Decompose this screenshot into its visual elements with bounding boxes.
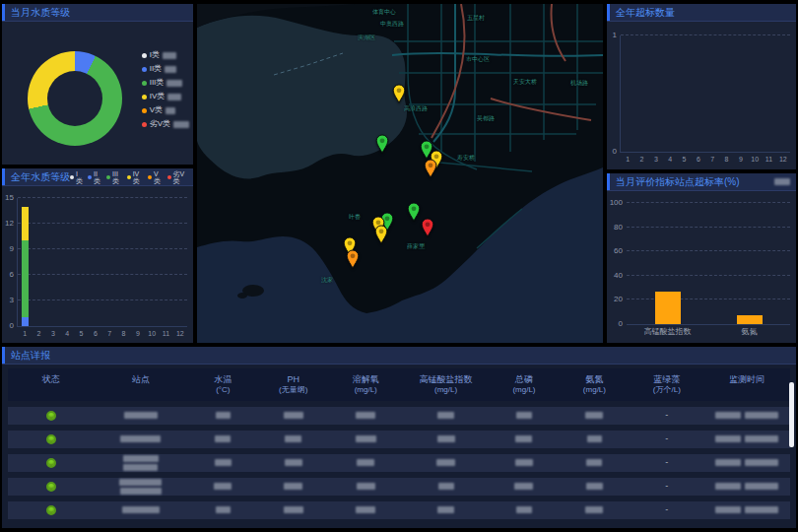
y-axis-tick-100: 100 — [610, 199, 623, 207]
y-axis-tick-1: 1 — [613, 32, 617, 39]
map-station-pin-11[interactable] — [346, 249, 360, 269]
status-cell — [8, 482, 94, 492]
header-corner-redacted-label[interactable] — [774, 178, 790, 185]
time-date-redacted — [715, 459, 741, 466]
bar-1-III类 — [22, 240, 29, 317]
bar-高锰酸盐指数 — [655, 292, 681, 324]
metric-value-redacted — [437, 506, 454, 513]
station-name-redacted — [124, 412, 158, 419]
map-label-市中心区: 市中心区 — [466, 55, 490, 64]
legend-dot — [142, 81, 147, 86]
column-header-监测时间: 监测时间 — [704, 373, 790, 396]
x-axis-tick-7: 7 — [710, 156, 714, 163]
table-scrollbar-thumb[interactable] — [789, 382, 794, 447]
column-header-PH: PH(无量纲) — [258, 373, 328, 396]
gridline-y-40 — [627, 275, 790, 276]
y-axis-tick-0: 0 — [10, 322, 14, 330]
legend-item-I类[interactable]: I类 — [70, 170, 83, 184]
metric-cell — [560, 435, 630, 442]
metric-value-redacted — [356, 435, 376, 442]
legend-label: V类 — [154, 170, 163, 184]
panel-month-quality-header: 当月水质等级 — [2, 4, 193, 22]
legend-value-redacted — [167, 94, 181, 100]
x-axis-tick-1: 1 — [626, 156, 630, 163]
map-label-薛家里: 薛家里 — [407, 242, 425, 251]
map[interactable]: 体育中心中奥西路滨湖区五星村市中心区天安大桥机场路高浪西路吴都路寿安桥叶春薛家里… — [197, 4, 603, 343]
time-cell — [704, 412, 790, 419]
panel-title-annual-exceed: 全年超标数量 — [616, 8, 675, 18]
legend-label: II类 — [94, 170, 101, 184]
legend-item-V类[interactable]: V类 — [148, 170, 163, 184]
legend-label: 劣V类 — [150, 120, 170, 128]
gridline-y-100 — [627, 202, 790, 203]
gridline-y-80 — [627, 227, 790, 228]
panel-month-rate: 当月评价指标站点超标率(%) 020406080100高锰酸盐指数氨氮 — [607, 173, 796, 343]
metric-cell — [403, 506, 489, 513]
legend-item-III类[interactable]: III类 — [106, 170, 122, 184]
x-axis-tick-氨氮: 氨氮 — [742, 328, 758, 336]
status-cell — [8, 505, 94, 515]
metric-cell — [403, 459, 489, 466]
legend-item-II类[interactable]: II类 — [88, 170, 101, 184]
algae-value: - — [665, 411, 668, 420]
column-label: 溶解氧 — [353, 374, 379, 384]
legend-item-V类[interactable]: V类 — [142, 106, 189, 114]
map-label-叶春: 叶春 — [349, 213, 361, 222]
gridline-y-60 — [627, 250, 790, 251]
algae-cell: - — [630, 434, 703, 443]
x-axis-tick-11: 11 — [163, 330, 169, 337]
algae-value: - — [665, 482, 668, 491]
map-station-pin-8[interactable] — [374, 225, 388, 244]
legend-item-IV类[interactable]: IV类 — [127, 170, 143, 184]
metric-cell — [329, 459, 403, 466]
column-header-总磷: 总磷(mg/L) — [489, 373, 559, 396]
time-date-redacted — [715, 435, 741, 442]
metric-cell — [489, 483, 559, 490]
table-row[interactable]: - — [8, 478, 790, 496]
y-axis-tick-0: 0 — [619, 320, 623, 328]
station-cell — [94, 435, 187, 442]
gridline-y-6 — [18, 274, 187, 275]
panel-title-month-rate: 当月评价指标站点超标率(%) — [616, 177, 740, 187]
header-accent-bar — [607, 173, 610, 190]
table-row[interactable]: - — [8, 431, 790, 448]
table-row[interactable]: - — [8, 407, 790, 425]
legend-item-劣V类[interactable]: 劣V类 — [167, 170, 187, 184]
column-unit: (万个/L) — [630, 385, 703, 396]
metric-value-redacted — [587, 435, 602, 442]
status-cell — [8, 434, 94, 444]
map-station-pin-5[interactable] — [407, 202, 421, 222]
legend-item-劣V类[interactable]: 劣V类 — [142, 120, 189, 128]
metric-value-redacted — [285, 435, 301, 442]
legend-dot — [127, 175, 131, 179]
legend-item-I类[interactable]: I类 — [142, 51, 189, 59]
panel-title-month-quality: 当月水质等级 — [11, 8, 70, 18]
status-dot-green — [46, 482, 56, 492]
legend-value-redacted — [166, 107, 175, 114]
panel-annual-quality: 全年水质等级 I类II类III类IV类V类劣V类 036912151234567… — [2, 168, 193, 343]
bar-氨氮 — [737, 315, 763, 324]
legend-item-IV类[interactable]: IV类 — [142, 93, 189, 100]
x-axis-tick-10: 10 — [148, 330, 156, 337]
legend-item-II类[interactable]: II类 — [142, 65, 189, 73]
map-station-pin-1[interactable] — [375, 134, 389, 154]
metric-cell — [188, 459, 258, 466]
legend-dot — [167, 175, 171, 179]
time-date-redacted — [715, 483, 741, 490]
table-row[interactable]: - — [8, 454, 790, 472]
legend-item-III类[interactable]: III类 — [142, 79, 189, 87]
table-row[interactable]: - — [8, 501, 790, 519]
map-station-pin-4[interactable] — [424, 159, 437, 178]
x-axis-tick-3: 3 — [654, 156, 658, 163]
column-header-氨氮: 氨氮(mg/L) — [560, 373, 630, 396]
status-dot-green — [46, 458, 56, 468]
map-station-pin-0[interactable] — [392, 84, 406, 103]
map-label-高浪西路: 高浪西路 — [404, 104, 428, 113]
time-clock-redacted — [745, 459, 778, 466]
algae-cell: - — [630, 482, 703, 491]
metric-cell — [489, 412, 559, 419]
metric-cell — [560, 459, 630, 466]
map-label-天安大桥: 天安大桥 — [513, 78, 537, 87]
map-station-pin-9[interactable] — [421, 218, 434, 237]
legend-label: II类 — [150, 65, 162, 73]
